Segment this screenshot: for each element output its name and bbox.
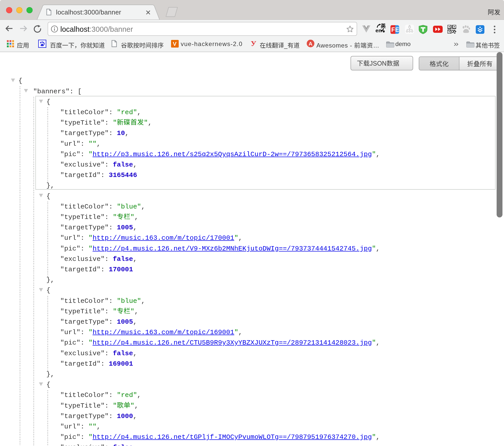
svg-text:A: A (309, 41, 312, 47)
svg-text:E: E (395, 26, 399, 33)
svg-text:F: F (391, 26, 395, 33)
svg-text:V: V (173, 41, 177, 47)
